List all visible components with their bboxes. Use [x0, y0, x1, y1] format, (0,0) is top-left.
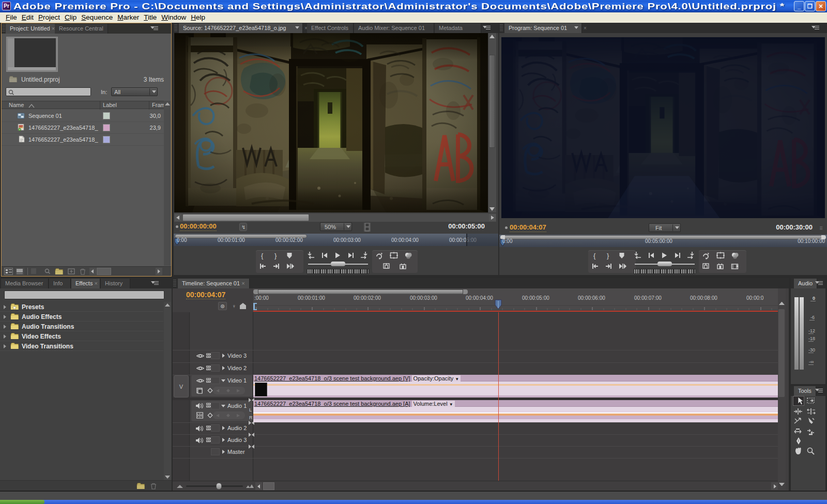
- svg-text::00:00: :00:00: [254, 295, 269, 301]
- svg-text:{: {: [261, 252, 264, 259]
- svg-text:}: }: [274, 252, 277, 259]
- svg-text:00:00:03:00: 00:00:03:00: [410, 295, 437, 301]
- svg-text:00:00:01:00: 00:00:01:00: [298, 295, 325, 301]
- svg-text:00:00:07:00: 00:00:07:00: [634, 295, 662, 301]
- svg-text:00:00:05:00: 00:00:05:00: [522, 295, 549, 301]
- svg-text:00:00:04:00: 00:00:04:00: [466, 295, 493, 301]
- svg-text:}: }: [607, 252, 609, 259]
- svg-text:00:00:02:00: 00:00:02:00: [354, 295, 381, 301]
- svg-text:{: {: [593, 252, 596, 259]
- svg-text:00:00:06:00: 00:00:06:00: [578, 295, 605, 301]
- svg-text:00:00:08:00: 00:00:08:00: [690, 295, 717, 301]
- svg-text:00:00:0: 00:00:0: [746, 295, 764, 301]
